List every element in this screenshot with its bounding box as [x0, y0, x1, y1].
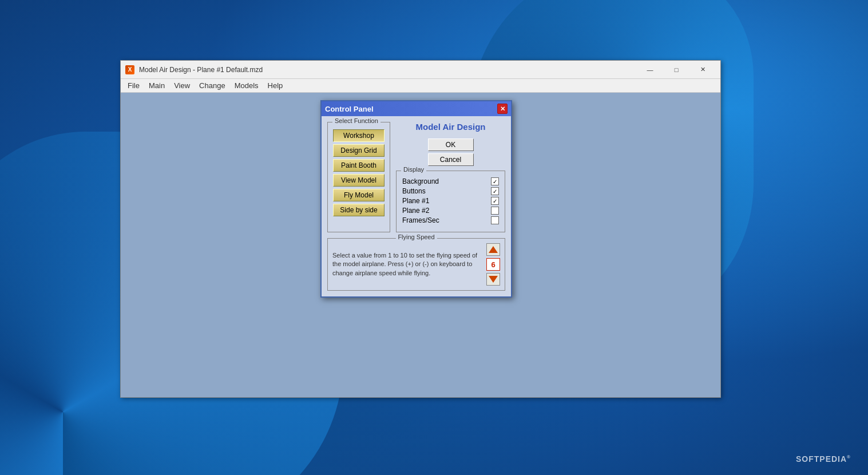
control-panel-dialog: Control Panel ✕ Select Function Workshop…	[320, 100, 512, 298]
app-icon: X	[125, 65, 134, 74]
title-bar-controls: — □ ✕	[637, 61, 716, 79]
right-panel: Model Air Design OK Cancel Display Backg…	[396, 122, 505, 232]
frames-checkbox[interactable]	[491, 216, 499, 224]
paint-booth-button[interactable]: Paint Booth	[333, 159, 385, 172]
plane1-check-mark: ✓	[493, 198, 497, 204]
display-row-plane1: Plane #1 ✓	[402, 197, 499, 205]
view-model-button[interactable]: View Model	[333, 174, 385, 187]
select-function-label: Select Function	[332, 117, 381, 124]
menu-bar: File Main View Change Models Help	[121, 79, 720, 93]
background-check-mark: ✓	[493, 179, 497, 185]
frames-label: Frames/Sec	[402, 216, 439, 224]
display-row-frames: Frames/Sec	[402, 216, 499, 224]
background-label: Background	[402, 177, 439, 185]
dialog-title: Control Panel	[325, 105, 374, 113]
cancel-button[interactable]: Cancel	[428, 153, 474, 166]
buttons-check-mark: ✓	[493, 188, 497, 195]
maximize-button[interactable]: □	[663, 61, 689, 79]
title-bar-left: X Model Air Design - Plane #1 Default.mz…	[125, 65, 263, 74]
menu-help[interactable]: Help	[263, 80, 288, 91]
plane1-checkbox[interactable]: ✓	[491, 197, 499, 205]
display-group: Display Background ✓ Buttons ✓ Plane #1	[396, 171, 505, 232]
flying-speed-group: Flying Speed Select a value from 1 to 10…	[327, 238, 505, 291]
speed-value-display: 6	[486, 258, 500, 271]
menu-models[interactable]: Models	[230, 80, 263, 91]
title-bar: X Model Air Design - Plane #1 Default.mz…	[121, 61, 720, 79]
display-group-label: Display	[401, 166, 426, 173]
display-row-background: Background ✓	[402, 177, 499, 185]
design-grid-button[interactable]: Design Grid	[333, 144, 385, 157]
app-title: Model Air Design	[396, 122, 505, 132]
dialog-close-button[interactable]: ✕	[497, 104, 508, 114]
dialog-title-bar: Control Panel ✕	[322, 101, 511, 116]
workshop-button[interactable]: Workshop	[333, 129, 385, 142]
ok-button[interactable]: OK	[428, 138, 474, 151]
speed-controls: 6	[486, 243, 500, 286]
side-by-side-button[interactable]: Side by side	[333, 204, 385, 216]
plane2-label: Plane #2	[402, 207, 429, 215]
flying-speed-section: Flying Speed Select a value from 1 to 10…	[322, 238, 511, 296]
plane1-label: Plane #1	[402, 197, 429, 205]
plane2-checkbox[interactable]	[491, 207, 499, 215]
buttons-checkbox[interactable]: ✓	[491, 187, 499, 195]
speed-up-button[interactable]	[486, 243, 500, 256]
softpedia-watermark: SOFTPEDIA®	[796, 454, 851, 464]
speed-down-button[interactable]	[486, 273, 500, 286]
arrow-down-icon	[489, 276, 498, 283]
display-row-plane2: Plane #2	[402, 207, 499, 215]
fly-model-button[interactable]: Fly Model	[333, 189, 385, 201]
window-close-button[interactable]: ✕	[689, 61, 716, 79]
flying-speed-description: Select a value from 1 to 10 to set the f…	[332, 251, 482, 278]
arrow-up-icon	[489, 246, 498, 253]
minimize-button[interactable]: —	[637, 61, 663, 79]
dialog-body: Select Function Workshop Design Grid Pai…	[322, 116, 511, 238]
background-checkbox[interactable]: ✓	[491, 177, 499, 185]
flying-speed-content: Select a value from 1 to 10 to set the f…	[332, 243, 500, 286]
menu-file[interactable]: File	[123, 80, 144, 91]
menu-view[interactable]: View	[169, 80, 195, 91]
menu-main[interactable]: Main	[144, 80, 169, 91]
window-title: Model Air Design - Plane #1 Default.mzd	[139, 66, 263, 74]
flying-speed-label: Flying Speed	[395, 233, 437, 240]
display-row-buttons: Buttons ✓	[402, 187, 499, 195]
ok-cancel-area: OK Cancel	[396, 138, 505, 166]
menu-change[interactable]: Change	[195, 80, 230, 91]
buttons-label: Buttons	[402, 187, 426, 195]
select-function-group: Select Function Workshop Design Grid Pai…	[327, 122, 390, 232]
